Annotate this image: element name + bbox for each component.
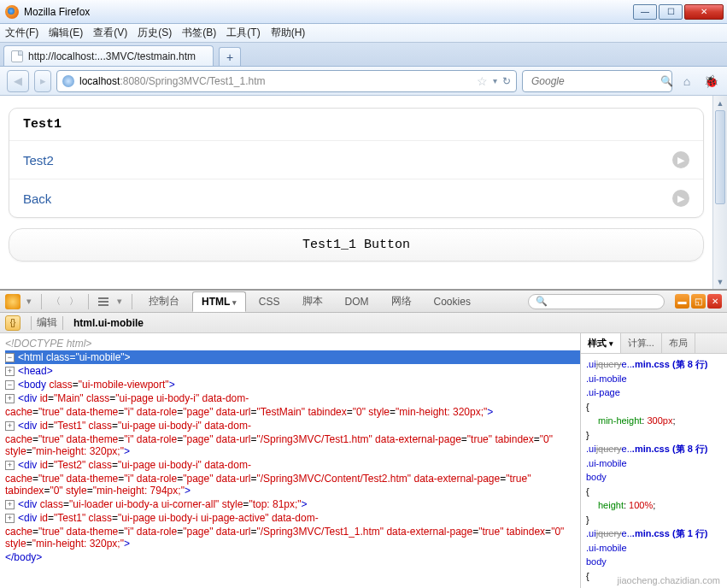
tab-cookies[interactable]: Cookies [425, 291, 480, 312]
minimize-button[interactable]: — [633, 4, 657, 20]
menu-history[interactable]: 历史(S) [138, 26, 172, 40]
firefox-icon [5, 5, 19, 19]
firebug-popout-button[interactable]: ◱ [691, 294, 706, 309]
css-source[interactable]: .uijquerye...min.css (第 8 行) [586, 357, 722, 372]
url-bar[interactable]: localhost:8080/Spring3MVC/Test1_1.htm ☆ … [56, 70, 517, 92]
firebug-close-button[interactable]: ✕ [707, 294, 722, 309]
css-selector: .ui-page [586, 387, 620, 397]
firebug-icon[interactable] [5, 294, 21, 309]
firebug-dropdown-icon[interactable]: ▾ [24, 296, 34, 307]
code-line[interactable]: −<body class="ui-mobile-viewport"> [5, 378, 580, 391]
chevron-right-icon: ▶ [672, 190, 689, 207]
maximize-button[interactable]: ☐ [659, 4, 683, 20]
home-button[interactable]: ⌂ [677, 72, 696, 91]
window-title: Mozilla Firefox [24, 6, 90, 18]
code-line: cache="true" data-theme="i" data-role="p… [5, 405, 580, 419]
code-line: cache="true" data-theme="i" data-role="p… [5, 432, 580, 458]
list-item-label: Back [23, 191, 51, 206]
menu-help[interactable]: 帮助(H) [271, 26, 306, 40]
forward-button[interactable]: ▸ [34, 70, 51, 92]
css-property[interactable]: min-height [598, 415, 642, 426]
code-line: cache="true" data-theme="i" data-role="p… [5, 525, 580, 550]
html-tree[interactable]: <!DOCTYPE html> −<html class="ui-mobile"… [0, 333, 580, 588]
site-identity-icon [62, 75, 74, 87]
firebug-breadcrumb: {} 编辑 html.ui-mobile [0, 313, 727, 333]
watermark: jiaocheng.chazidian.com [618, 575, 720, 585]
css-source[interactable]: .uijquerye...min.css (第 8 行) [586, 442, 722, 456]
code-line[interactable]: +<div id="Test1" class="ui-page ui-body-… [5, 511, 580, 525]
firebug-search[interactable]: 🔍 [528, 294, 665, 309]
edit-button[interactable]: 编辑 [37, 315, 57, 330]
test1-1-button[interactable]: Test1_1 Button [9, 228, 704, 262]
css-selector: .ui-mobile [586, 373, 627, 384]
tab-script[interactable]: 脚本 [293, 290, 332, 313]
tab-console[interactable]: 控制台 [139, 290, 189, 313]
element-path[interactable]: html.ui-mobile [73, 317, 144, 329]
bookmark-star-icon[interactable]: ☆ [477, 74, 488, 88]
page-icon [11, 50, 23, 62]
reload-icon[interactable]: ↻ [502, 75, 511, 87]
list-item-label: Test2 [23, 153, 54, 168]
list-item-test2[interactable]: Test2 ▶ [9, 141, 703, 179]
url-text: localhost:8080/Spring3MVC/Test1_1.htm [79, 75, 265, 87]
page-viewport: Test1 Test2 ▶ Back ▶ Test1_1 Button ▲ ▼ [0, 96, 727, 289]
nav-toolbar: ◀ ▸ localhost:8080/Spring3MVC/Test1_1.ht… [0, 67, 727, 96]
search-go-icon[interactable]: 🔍 [660, 75, 673, 87]
code-line[interactable]: +<div id="Test2" class="ui-page ui-body-… [5, 458, 580, 472]
nav-next-icon[interactable]: 〉 [67, 295, 81, 308]
nav-prev-icon[interactable]: 〈 [49, 295, 63, 308]
side-tab-computed[interactable]: 计算... [621, 333, 662, 353]
side-tab-style[interactable]: 样式 [581, 333, 621, 353]
tab-title: http://localhost:...3MVC/testmain.htm [28, 50, 196, 62]
search-input[interactable] [531, 75, 660, 87]
firebug-toggle-button[interactable]: 🐞 [701, 72, 720, 91]
code-line: <!DOCTYPE html> [5, 338, 91, 350]
code-line: </body> [5, 550, 580, 564]
code-line: cache="true" data-theme="i" data-role="p… [5, 472, 580, 497]
tab-css[interactable]: CSS [249, 291, 290, 312]
panel-menu-icon[interactable] [96, 295, 111, 309]
menu-file[interactable]: 文件(F) [5, 26, 38, 40]
firebug-toolbar: ▾ 〈 〉 ▾ 控制台 HTML CSS 脚本 DOM 网络 Cookies 🔍… [0, 291, 727, 313]
tab-net[interactable]: 网络 [382, 290, 421, 313]
css-rules[interactable]: .uijquerye...min.css (第 8 行) .ui-mobile … [581, 354, 727, 588]
menu-tools[interactable]: 工具(T) [226, 26, 260, 40]
tab-active[interactable]: http://localhost:...3MVC/testmain.htm [3, 45, 214, 66]
tab-strip: http://localhost:...3MVC/testmain.htm + [0, 43, 727, 67]
page-scrollbar[interactable]: ▲ ▼ [712, 96, 727, 289]
menu-view[interactable]: 查看(V) [93, 26, 127, 40]
panel-menu-dropdown-icon[interactable]: ▾ [114, 296, 125, 307]
code-line[interactable]: +<head> [5, 364, 580, 378]
code-line-selected[interactable]: −<html class="ui-mobile"> [5, 350, 580, 364]
scroll-up-icon[interactable]: ▲ [713, 96, 727, 110]
tab-html[interactable]: HTML [192, 291, 246, 312]
scroll-down-icon[interactable]: ▼ [713, 274, 727, 289]
firebug-minimize-button[interactable]: ▬ [675, 294, 689, 309]
menu-bookmarks[interactable]: 书签(B) [182, 26, 216, 40]
list-item-back[interactable]: Back ▶ [9, 179, 703, 217]
code-line[interactable]: +<div id="Test1" class="ui-page ui-body-… [5, 419, 580, 432]
search-icon: 🔍 [536, 296, 548, 307]
close-button[interactable]: ✕ [684, 4, 724, 20]
menu-bar: 文件(F) 编辑(E) 查看(V) 历史(S) 书签(B) 工具(T) 帮助(H… [0, 24, 727, 43]
window-titlebar: Mozilla Firefox — ☐ ✕ [0, 0, 727, 24]
list-header: Test1 [9, 109, 703, 141]
list-view: Test1 Test2 ▶ Back ▶ [9, 108, 704, 218]
tab-dom[interactable]: DOM [336, 291, 378, 312]
chevron-right-icon: ▶ [672, 151, 689, 168]
firebug-side-panel: 样式 计算... 布局 .uijquerye...min.css (第 8 行)… [580, 333, 727, 588]
css-property[interactable]: height [598, 500, 624, 510]
inspect-icon[interactable]: {} [5, 315, 21, 331]
side-tab-layout[interactable]: 布局 [662, 333, 695, 353]
code-line[interactable]: +<div class="ui-loader ui-body-a ui-corn… [5, 497, 580, 511]
firebug-panel: ▾ 〈 〉 ▾ 控制台 HTML CSS 脚本 DOM 网络 Cookies 🔍… [0, 289, 727, 588]
back-button[interactable]: ◀ [7, 70, 29, 92]
search-bar[interactable]: 🔍 [522, 70, 672, 92]
css-source[interactable]: .uijquerye...min.css (第 1 行) [586, 526, 722, 541]
url-dropdown-icon[interactable]: ▾ [493, 76, 497, 85]
new-tab-button[interactable]: + [219, 47, 241, 66]
scroll-thumb[interactable] [715, 110, 725, 204]
code-line[interactable]: +<div id="Main" class="ui-page ui-body-i… [5, 391, 580, 405]
menu-edit[interactable]: 编辑(E) [49, 26, 83, 40]
